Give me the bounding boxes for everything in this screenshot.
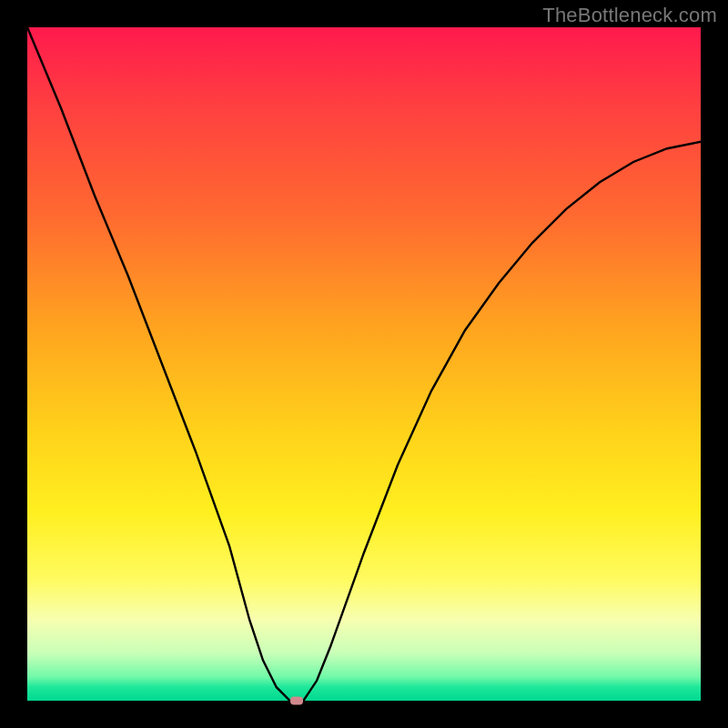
plot-area — [27, 27, 701, 701]
chart-frame: TheBottleneck.com — [0, 0, 728, 728]
min-marker — [290, 697, 303, 705]
attribution-text: TheBottleneck.com — [542, 4, 717, 27]
bottleneck-curve — [27, 27, 701, 701]
